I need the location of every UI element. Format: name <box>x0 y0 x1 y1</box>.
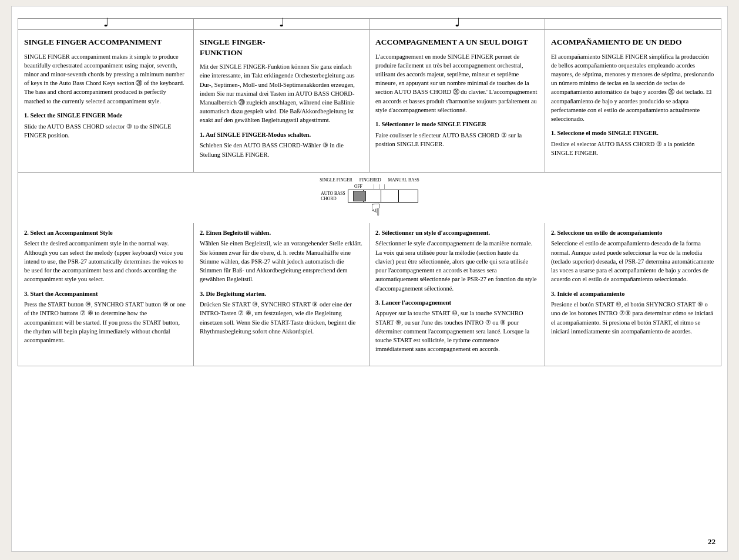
col4-step1-body: Deslice el selector AUTO BASS CHORD ③ a … <box>551 140 715 157</box>
col1-step2: 2. Select an Accompaniment Style Select … <box>24 229 187 284</box>
music-note-icon-1: ♩ <box>103 15 109 29</box>
col1-icon: ♩ <box>18 19 194 29</box>
music-note-icon-3: ♩ <box>455 15 460 29</box>
col3-step3: 3. Lancer l'accompagnement Appuyer sur l… <box>375 299 539 354</box>
col4-step3-heading: 3. Inicie el acompañamiento <box>551 290 715 299</box>
col1-title: SINGLE FINGER ACCOMPANIMENT <box>24 37 187 48</box>
tick2 <box>381 190 381 202</box>
col2-title: SINGLE FINGER-FUNKTION <box>200 37 363 58</box>
label-single-finger: SINGLE FINGER <box>320 177 352 183</box>
col2-top: SINGLE FINGER-FUNKTION Mit der SINGLE FI… <box>194 30 370 172</box>
page-number: 22 <box>708 537 716 546</box>
col3-bottom: 2. Sélectionner un style d'accompagnemen… <box>370 223 545 366</box>
music-note-icon-2: ♩ <box>279 15 284 29</box>
col3-body: L'accompagnement en mode SINGLE FINGER p… <box>375 52 539 115</box>
col4-step2-heading: 2. Seleccione un estilo de acompañamient… <box>551 229 715 238</box>
col4-step1-heading: 1. Seleccione el modo SINGLE FINGER. <box>551 129 715 138</box>
col4-top: ACOMPAÑAMIENTO DE UN DEDO El acompañamie… <box>545 30 721 172</box>
col1-body: SINGLE FINGER accompaniment makes it sim… <box>24 52 187 106</box>
col2-step2-body: Wählen Sie einen Begleitstil, wie an vor… <box>200 239 363 284</box>
col1-top: SINGLE FINGER ACCOMPANIMENT SINGLE FINGE… <box>18 30 194 172</box>
col4-step3: 3. Inicie el acompañamiento Presione el … <box>551 290 715 336</box>
tick3 <box>398 190 399 202</box>
slider-assembly: AUTO BASSCHORD <box>321 190 418 203</box>
col1-step3: 3. Start the Accompaniment Press the STA… <box>24 290 187 345</box>
col4-step3-body: Presione el botón START ⑩, el botón SHYN… <box>551 300 715 336</box>
top-icons-row: ♩ ♩ ♩ <box>18 18 721 29</box>
col1-bottom: 2. Select an Accompaniment Style Select … <box>18 223 194 366</box>
label-separator1 <box>355 177 357 183</box>
page: ♩ ♩ ♩ SINGLE FINGER ACCOMPANIMENT SINGLE… <box>11 6 728 552</box>
hand-cursor-icon: ☟ <box>371 200 381 220</box>
col3-icon: ♩ <box>370 19 545 29</box>
col1-step1-heading: 1. Select the SINGLE FINGER Mode <box>24 112 187 120</box>
col1-step3-heading: 3. Start the Accompaniment <box>24 290 187 299</box>
slider-knob <box>353 191 366 201</box>
col2-step1-body: Schieben Sie den AUTO BASS CHORD-Wähler … <box>200 141 363 158</box>
label-fingered: FINGERED <box>360 177 381 183</box>
slider-off-row: OFF | | | <box>354 184 385 189</box>
col4-step2-body: Seleccione el estilo de acompañamiento d… <box>551 239 715 284</box>
col4-body: El acompañamiento SINGLE FINGER simplifi… <box>551 52 715 124</box>
col1-step2-heading: 2. Select an Accompaniment Style <box>24 229 187 238</box>
col2-step3-heading: 3. Die Begleitung starten. <box>200 290 363 299</box>
col3-step1-heading: 1. Sélectionner le mode SINGLE FINGER <box>375 120 539 129</box>
col3-title: ACCOMPAGNEMENT A UN SEUL DOIGT <box>375 37 539 48</box>
col1-step2-body: Select the desired accompaniment style i… <box>24 239 187 284</box>
top-columns: SINGLE FINGER ACCOMPANIMENT SINGLE FINGE… <box>18 29 721 173</box>
col2-step1-heading: 1. Auf SINGLE FINGER-Modus schalten. <box>200 131 363 140</box>
slider-top-labels: SINGLE FINGER FINGERED MANUAL BASS <box>320 177 419 183</box>
col1-step1-body: Slide the AUTO BASS CHORD selector ③ to … <box>24 122 187 140</box>
col3-step2-heading: 2. Sélectionner un style d'accompagnemen… <box>375 229 539 238</box>
col1-step3-body: Press the START button ⑩, SYNCHRO START … <box>24 300 187 345</box>
col3-top: ACCOMPAGNEMENT A UN SEUL DOIGT L'accompa… <box>370 30 545 172</box>
label-off: OFF | | | <box>354 184 385 189</box>
col3-step2-body: Sélectionner le style d'accompagnement d… <box>375 239 539 292</box>
col2-step1: 1. Auf SINGLE FINGER-Modus schalten. Sch… <box>200 131 363 159</box>
col1-step1: 1. Select the SINGLE FINGER Mode Slide t… <box>24 112 187 140</box>
col2-step2-heading: 2. Einen Begleitstil wählen. <box>200 229 363 238</box>
col3-step1: 1. Sélectionner le mode SINGLE FINGER Fa… <box>375 120 539 149</box>
col2-step2: 2. Einen Begleitstil wählen. Wählen Sie … <box>200 229 363 284</box>
col3-step2: 2. Sélectionner un style d'accompagnemen… <box>375 229 539 293</box>
auto-bass-chord-label: AUTO BASSCHORD <box>321 191 345 201</box>
col4-title: ACOMPAÑAMIENTO DE UN DEDO <box>551 37 715 48</box>
col2-icon: ♩ <box>194 19 370 29</box>
label-separator2 <box>384 177 386 183</box>
label-manual-bass: MANUAL BASS <box>388 177 419 183</box>
col3-step3-body: Appuyer sur la touche START ⑩, sur la to… <box>375 309 539 353</box>
diagram-container: SINGLE FINGER FINGERED MANUAL BASS OFF |… <box>320 177 419 220</box>
col3-step3-heading: 3. Lancer l'accompagnement <box>375 299 539 308</box>
col2-step3: 3. Die Begleitung starten. Drücken Sie S… <box>200 290 363 336</box>
col4-icon <box>545 19 721 29</box>
col4-step1: 1. Seleccione el modo SINGLE FINGER. Des… <box>551 129 715 157</box>
col4-bottom: 2. Seleccione un estilo de acompañamient… <box>545 223 721 366</box>
col4-step2: 2. Seleccione un estilo de acompañamient… <box>551 229 715 284</box>
diagram-section: SINGLE FINGER FINGERED MANUAL BASS OFF |… <box>18 173 721 223</box>
bottom-columns: 2. Select an Accompaniment Style Select … <box>18 223 721 366</box>
col3-step1-body: Faire coulisser le sélecteur AUTO BASS C… <box>375 131 539 149</box>
col2-bottom: 2. Einen Begleitstil wählen. Wählen Sie … <box>194 223 370 366</box>
col2-body: Mit der SINGLE FINGER-Funktion können Si… <box>200 62 363 125</box>
col2-step3-body: Drücken Sie START ⑩, SYNCHRO START ⑨ ode… <box>200 300 363 336</box>
slider-track <box>348 190 418 203</box>
